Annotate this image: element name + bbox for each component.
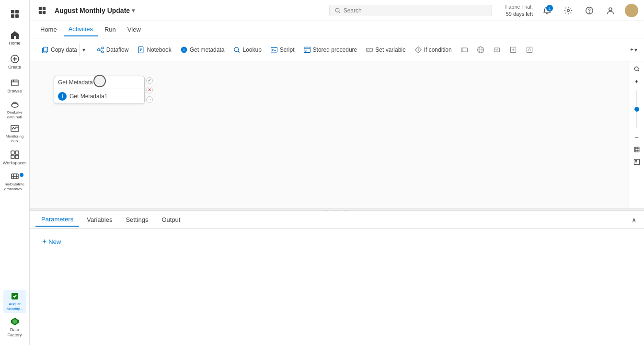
if-condition-label: If condition: [424, 46, 452, 53]
node-info-icon: i: [58, 92, 67, 101]
node-body: i Get Metadata1: [54, 89, 144, 104]
svg-rect-50: [304, 47, 310, 52]
zoom-thumb[interactable]: [634, 107, 639, 112]
tab-settings[interactable]: Settings: [120, 213, 154, 226]
fabric-trial-text: Fabric Trial: 59 days left: [506, 3, 533, 17]
pipeline-ref-button[interactable]: [457, 43, 472, 57]
svg-point-67: [634, 67, 638, 70]
svg-point-29: [567, 9, 570, 12]
web-icon: [477, 46, 484, 54]
fit-view-button[interactable]: [631, 144, 643, 155]
new-label: New: [48, 238, 61, 245]
copy-data-button[interactable]: Copy data ▾: [34, 40, 92, 59]
svg-rect-58: [461, 48, 467, 52]
lookup-button[interactable]: Lookup: [229, 43, 265, 57]
set-variable-icon: (x): [366, 46, 373, 54]
main-content: August Monthly Update ▾ Fabric Trial: 59…: [30, 0, 644, 345]
menu-home[interactable]: Home: [35, 23, 62, 36]
svg-point-36: [102, 47, 104, 49]
get-metadata-icon: i: [180, 46, 188, 54]
sidebar-monitoring-button[interactable]: Monitoring hub: [3, 122, 26, 145]
svg-rect-24: [43, 7, 46, 10]
account-button[interactable]: [604, 4, 617, 17]
minimap-button[interactable]: [631, 156, 643, 168]
zoom-in-button[interactable]: +: [631, 76, 643, 87]
sidebar-august-monthly-button[interactable]: August Monthly...: [3, 290, 26, 313]
script-button[interactable]: Script: [266, 43, 299, 57]
svg-rect-0: [11, 10, 14, 13]
collapse-panel-button[interactable]: ∧: [630, 214, 638, 226]
copy-data-chevron-icon[interactable]: ▾: [79, 44, 88, 56]
bottom-panel-tabs: Parameters Variables Settings Output ∧: [30, 211, 644, 229]
svg-rect-40: [139, 46, 144, 53]
stored-procedure-button[interactable]: Stored procedure: [299, 43, 361, 57]
dataflow-button[interactable]: Dataflow: [93, 43, 133, 57]
svg-rect-13: [15, 151, 19, 154]
new-parameter-button[interactable]: + New: [37, 234, 636, 249]
set-variable-button[interactable]: (x) Set variable: [362, 43, 409, 57]
topbar-title[interactable]: August Monthly Update ▾: [55, 7, 135, 14]
tab-parameters[interactable]: Parameters: [35, 213, 79, 227]
node-activity-name: Get Metadata1: [69, 93, 107, 100]
sidebar-onelake-button[interactable]: OneLake data hub: [3, 98, 26, 121]
extra-button3[interactable]: [522, 43, 537, 57]
sidebar-home-button[interactable]: Home: [3, 26, 26, 49]
menu-run[interactable]: Run: [100, 23, 121, 36]
svg-text:i: i: [184, 47, 184, 52]
arrow-connector[interactable]: →: [146, 96, 153, 103]
sidebar-monitoring-label: Monitoring hub: [3, 134, 26, 143]
settings-button[interactable]: [562, 4, 575, 17]
search-zoom-button[interactable]: [631, 63, 643, 75]
notification-dot: [20, 173, 23, 177]
search-icon: [334, 7, 341, 14]
svg-rect-25: [39, 11, 42, 13]
menu-activities[interactable]: Activities: [64, 23, 98, 36]
more-activities-button[interactable]: + ▾: [627, 44, 640, 56]
tab-output[interactable]: Output: [156, 213, 186, 226]
apps-grid-button[interactable]: [35, 4, 49, 17]
zoom-slider[interactable]: [636, 90, 637, 128]
sidebar-browse-button[interactable]: Browse: [3, 74, 26, 97]
sidebar-data-factory-button[interactable]: Data Factory: [3, 316, 26, 339]
canvas-area[interactable]: Get Metadata i Get Metadata1 ✓ ✕ →: [30, 61, 629, 208]
topbar-right: Fabric Trial: 59 days left 1: [506, 3, 638, 17]
failure-connector[interactable]: ✕: [146, 87, 153, 93]
svg-rect-75: [635, 161, 637, 162]
extra-button1[interactable]: [489, 43, 505, 57]
sidebar-apps-button[interactable]: [3, 2, 26, 25]
sidebar-create-button[interactable]: Create: [3, 50, 26, 73]
success-connector[interactable]: ✓: [146, 77, 153, 84]
get-metadata-button[interactable]: i Get metadata: [176, 43, 229, 57]
toolbar: Copy data ▾ Dataflow Notebook i Get meta…: [30, 38, 644, 61]
notebook-icon: [137, 46, 145, 54]
svg-point-46: [234, 47, 239, 51]
zoom-out-button[interactable]: −: [631, 131, 643, 143]
script-label: Script: [280, 46, 295, 53]
web-button[interactable]: [473, 43, 488, 57]
dataflow-label: Dataflow: [106, 46, 129, 53]
get-metadata-label: Get metadata: [190, 46, 225, 53]
svg-rect-23: [39, 7, 42, 10]
topbar: August Monthly Update ▾ Fabric Trial: 59…: [30, 0, 644, 21]
tab-variables[interactable]: Variables: [81, 213, 118, 226]
notebook-button[interactable]: Notebook: [133, 43, 175, 57]
notifications-button[interactable]: 1: [540, 4, 554, 17]
extra-icon3: [526, 46, 533, 54]
svg-rect-2: [11, 14, 14, 18]
svg-rect-69: [634, 147, 639, 152]
svg-point-32: [609, 8, 612, 11]
get-metadata-node[interactable]: Get Metadata i Get Metadata1 ✓ ✕ →: [54, 76, 145, 104]
user-avatar[interactable]: [625, 4, 638, 17]
help-button[interactable]: [583, 4, 596, 17]
node-header[interactable]: Get Metadata: [54, 76, 144, 89]
menu-view[interactable]: View: [123, 23, 146, 36]
lookup-icon: [233, 46, 241, 54]
svg-point-66: [528, 48, 530, 51]
search-bar[interactable]: [329, 5, 492, 16]
stored-procedure-icon: [303, 46, 311, 54]
sidebar-integration-button[interactable]: myDataInte grationWo...: [3, 170, 26, 193]
search-input[interactable]: [344, 7, 487, 14]
if-condition-button[interactable]: if If condition: [411, 43, 456, 57]
extra-button2[interactable]: [506, 43, 521, 57]
sidebar-workspaces-button[interactable]: Workspaces: [3, 146, 26, 169]
